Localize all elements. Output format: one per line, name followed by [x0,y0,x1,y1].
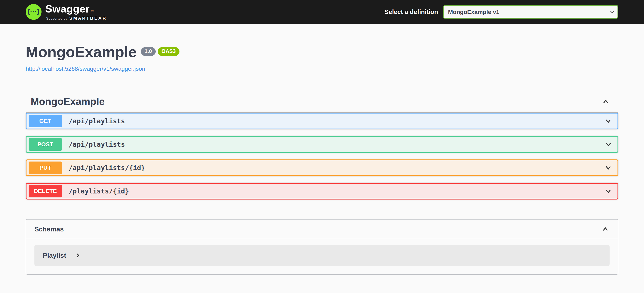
operation-row-put[interactable]: PUT /api/playlists/{id} [26,160,618,176]
api-info: MongoExample1.0OAS3 http://localhost:526… [26,43,618,72]
operation-path: /playlists/{id} [69,187,129,195]
model-name: Playlist [43,252,66,260]
schemas-title: Schemas [34,226,64,233]
swagger-logo-icon: {···} [26,4,42,20]
braces-icon: {···} [28,8,40,16]
method-badge: PUT [28,162,62,174]
schemas-header[interactable]: Schemas [26,220,618,239]
operation-row-post[interactable]: POST /api/playlists [26,136,618,153]
swagger-logo[interactable]: {···} Swagger™ Supported by SMARTBEAR [26,4,107,20]
definition-select[interactable]: MongoExample v1 [443,5,618,18]
tag-section-header[interactable]: MongoExample [26,92,618,113]
version-badge: 1.0 [141,47,156,56]
operation-path: /api/playlists [69,140,125,148]
chevron-right-icon[interactable] [75,253,81,258]
operation-row-delete[interactable]: DELETE /playlists/{id} [26,183,618,200]
model-row-playlist[interactable]: Playlist [34,245,610,266]
chevron-down-icon[interactable] [604,117,612,125]
method-badge: GET [28,115,62,127]
chevron-down-icon[interactable] [604,164,612,172]
logo-tagline-brand: SMARTBEAR [69,16,107,20]
operation-row-get[interactable]: GET /api/playlists [26,113,618,130]
trademark-symbol: ™ [90,10,94,13]
spec-url-link[interactable]: http://localhost:5268/swagger/v1/swagger… [26,66,145,72]
schemas-section: Schemas Playlist [26,219,618,275]
logo-tagline-prefix: Supported by [46,17,67,20]
chevron-down-icon[interactable] [604,140,612,148]
operation-path: /api/playlists [69,117,125,125]
method-badge: POST [28,138,62,151]
main-content: MongoExample1.0OAS3 http://localhost:526… [17,43,627,291]
oas3-badge: OAS3 [158,47,180,56]
chevron-up-icon[interactable] [602,98,610,106]
page-title: MongoExample1.0OAS3 [26,43,618,61]
tag-section-title: MongoExample [31,96,105,107]
chevron-down-icon[interactable] [604,187,612,195]
api-title-text: MongoExample [26,44,137,60]
topbar: {···} Swagger™ Supported by SMARTBEAR Se… [0,0,644,24]
definition-select-label: Select a definition [384,8,438,16]
logo-brand-text: Swagger [45,3,90,15]
tag-section: MongoExample GET /api/playlists POST /ap… [26,92,618,200]
operation-path: /api/playlists/{id} [69,164,145,172]
chevron-up-icon[interactable] [601,225,610,233]
method-badge: DELETE [28,185,62,198]
